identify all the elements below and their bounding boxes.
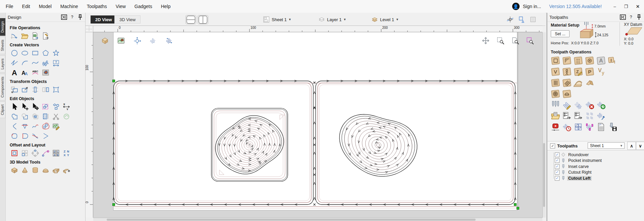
tab-3d-view[interactable]: 3D View [114,15,141,24]
save-template-icon[interactable] [561,110,572,121]
toolpath-item-roundover[interactable]: ✓Roundover [547,152,644,158]
menu-gadgets[interactable]: Gadgets [130,2,157,10]
toolpath-template-folder-icon[interactable] [550,110,560,121]
fill-vectors-icon[interactable] [41,112,50,121]
add-shape-icon[interactable] [10,166,19,175]
sheet-selector[interactable]: Sheet 1▼ [588,142,625,149]
intersect-icon[interactable] [31,112,40,121]
menu-model[interactable]: Model [35,2,56,10]
toolpath-checkbox[interactable]: ✓ [555,176,559,181]
profile-toolpath-icon[interactable] [550,55,560,65]
layer-dropdown[interactable]: Layer 1▼ [318,15,346,24]
edit-toolpath-icon[interactable] [561,99,572,110]
chevron-icon[interactable] [41,131,50,140]
background-image-icon[interactable] [116,36,126,46]
open-file-icon[interactable] [20,31,29,40]
quick-engrave-icon[interactable] [584,55,595,65]
dimension-icon[interactable]: ? [51,58,60,67]
menu-edit[interactable]: Edit [18,2,35,10]
pan-icon[interactable] [481,36,491,46]
offset-shape-icon[interactable] [41,122,50,131]
ellipse-icon[interactable] [20,48,29,57]
duplicate-toolpath-icon[interactable] [573,99,583,110]
toolpath-to-vector-icon[interactable] [596,110,606,121]
offset-icon[interactable] [10,148,19,158]
auto-text-icon[interactable]: AA [20,68,29,77]
new-drawing-icon[interactable] [10,31,19,40]
tool-database-icon[interactable] [550,99,560,110]
menu-help[interactable]: Help [157,2,175,10]
join-vectors-icon[interactable] [62,112,71,121]
collapse-panel-left-icon[interactable] [620,14,626,20]
recalculate-toolpaths-icon[interactable] [596,99,606,110]
help-icon[interactable]: ? [628,14,634,20]
edit-nodes-icon[interactable] [41,102,50,111]
weld-icon[interactable] [10,112,19,121]
carve-figure-icon[interactable] [561,66,572,77]
smart-snap-icon[interactable] [517,15,526,24]
toolpath-checkbox[interactable]: ✓ [555,158,559,163]
menu-toolpaths[interactable]: Toolpaths [83,2,111,10]
side-tab-design[interactable]: Design [0,18,5,36]
emboss-icon[interactable] [51,166,60,175]
split-vertical-icon[interactable] [198,15,208,24]
polygon-icon[interactable] [41,48,50,57]
fold-toolpath-icon[interactable] [584,77,595,88]
finish-machining-icon[interactable] [561,88,572,99]
add-component-icon[interactable] [62,166,71,175]
move-selection-icon[interactable] [31,102,40,111]
fillet-icon[interactable] [10,122,19,131]
layout-blocks-icon[interactable]: DCAB [51,148,60,158]
toolpath-item-cutout-left[interactable]: ✓Cutout Left [547,175,644,181]
fit-curves-icon[interactable] [31,131,40,140]
preview-toolpaths-icon[interactable] [550,122,560,132]
zoom-drawing-icon[interactable] [510,36,520,46]
export-file-icon[interactable] [41,31,50,40]
toolpath-label[interactable]: Cutout Left [567,176,592,181]
sheet-dropdown[interactable]: Sheet 1▼ [263,15,291,24]
toolpath-lines-icon[interactable] [148,36,158,46]
sketch-lines-icon[interactable] [41,58,50,67]
zoom-box-icon[interactable] [525,36,535,46]
menu-machine[interactable]: Machine [56,2,83,10]
toolpath-drawn-icon[interactable] [164,36,174,46]
edit-picture-icon[interactable] [51,122,60,131]
material-set-button[interactable]: Set ... [551,30,570,37]
toolpath-summary-icon[interactable] [596,122,606,132]
vertical-scrollbar[interactable] [542,32,546,218]
measure-icon[interactable]: XY [62,102,71,111]
trim-icon[interactable] [20,122,29,131]
vcarve-wrap-icon[interactable]: Vy [596,66,606,77]
geometry-snap-icon[interactable] [506,15,515,24]
pocket-toolpath-icon[interactable] [561,55,572,65]
merge-toolpaths-icon[interactable] [584,110,595,121]
horizontal-scroll-thumb[interactable] [107,219,476,221]
snap-toggle-icon[interactable] [132,36,142,46]
subtract-icon[interactable] [20,112,29,121]
texture-toolpath-icon[interactable] [561,77,572,88]
toolpath-checkbox[interactable]: ✓ [555,152,559,157]
two-rail-sweep-icon[interactable] [20,166,29,175]
material-block-icon[interactable] [100,36,110,46]
side-tab-layers[interactable]: Layers [0,55,5,73]
side-tab-sheets[interactable]: Sheets [0,37,5,54]
toolpath-label[interactable]: Cutout Right [567,170,592,175]
toolpath-item-pocket-instrument[interactable]: ✓Pocket instrument [547,158,644,164]
drilling-toolpath-icon[interactable] [573,55,583,65]
level-dropdown[interactable]: Level 1▼ [371,15,399,24]
vcarve-toolpath-icon[interactable]: A [596,55,606,65]
move-icon[interactable] [31,85,40,94]
set-size-icon[interactable] [20,85,29,94]
trace-bitmap-icon[interactable] [41,68,50,77]
version-link[interactable]: Version 12.505 Available! [549,4,602,9]
turn-model-icon[interactable] [41,166,50,175]
delete-toolpath-icon[interactable] [584,99,595,110]
nesting-icon[interactable]: ZNXY [62,148,71,158]
minimize-button[interactable]: – [611,3,618,10]
rectangle-icon[interactable] [31,48,40,57]
pin-icon[interactable] [77,14,83,20]
rough-machining-icon[interactable] [550,88,560,99]
pin-icon[interactable] [636,14,642,20]
load-template-icon[interactable] [573,110,583,121]
user-avatar-icon[interactable]: 👤 [512,3,520,10]
